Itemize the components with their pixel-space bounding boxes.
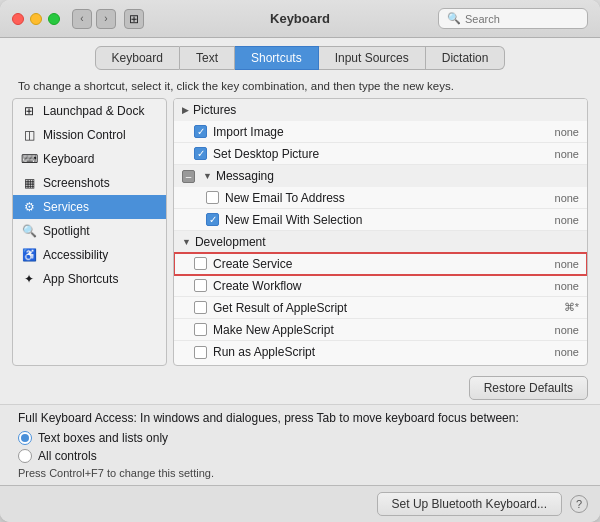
sidebar-item-spotlight[interactable]: 🔍 Spotlight: [13, 219, 166, 243]
shortcut-label: Import Image: [213, 125, 549, 139]
tab-text[interactable]: Text: [180, 46, 235, 70]
accessibility-icon: ♿: [21, 247, 37, 263]
back-button[interactable]: ‹: [72, 9, 92, 29]
triangle-icon: ▶: [182, 105, 189, 115]
nav-buttons: ‹ ›: [72, 9, 116, 29]
sidebar-item-keyboard[interactable]: ⌨ Keyboard: [13, 147, 166, 171]
sidebar-item-label: Spotlight: [43, 224, 90, 238]
triangle-icon: ▼: [203, 171, 212, 181]
checkbox-messaging[interactable]: –: [182, 170, 195, 183]
category-messaging[interactable]: – ▼ Messaging: [174, 165, 587, 187]
checkbox-create-service[interactable]: [194, 257, 207, 270]
radio-text-boxes-circle[interactable]: [18, 431, 32, 445]
checkbox-new-email-selection[interactable]: ✓: [206, 213, 219, 226]
tab-shortcuts[interactable]: Shortcuts: [235, 46, 319, 70]
sidebar-item-accessibility[interactable]: ♿ Accessibility: [13, 243, 166, 267]
shortcut-make-new[interactable]: Make New AppleScript none: [174, 319, 587, 341]
press-info-text: Press Control+F7 to change this setting.: [18, 467, 582, 479]
footer-bar: Set Up Bluetooth Keyboard... ?: [0, 485, 600, 522]
close-button[interactable]: [12, 13, 24, 25]
search-input[interactable]: [465, 13, 579, 25]
content-area: ⊞ Launchpad & Dock ◫ Mission Control ⌨ K…: [0, 98, 600, 372]
bluetooth-keyboard-button[interactable]: Set Up Bluetooth Keyboard...: [377, 492, 562, 516]
checkbox-new-email-address[interactable]: [206, 191, 219, 204]
shortcuts-panel: ▶ Pictures ✓ Import Image none ✓ Set Des…: [173, 98, 588, 366]
mission-control-icon: ◫: [21, 127, 37, 143]
category-label: Pictures: [193, 103, 236, 117]
app-shortcuts-icon: ✦: [21, 271, 37, 287]
sidebar-item-label: Launchpad & Dock: [43, 104, 144, 118]
bottom-section: Full Keyboard Access: In windows and dia…: [0, 404, 600, 485]
minimize-button[interactable]: [30, 13, 42, 25]
sidebar-item-services[interactable]: ⚙ Services: [13, 195, 166, 219]
tab-keyboard[interactable]: Keyboard: [95, 46, 180, 70]
sidebar-item-screenshots[interactable]: ▦ Screenshots: [13, 171, 166, 195]
search-bar[interactable]: 🔍: [438, 8, 588, 29]
title-bar: ‹ › ⊞ Keyboard 🔍: [0, 0, 600, 38]
launchpad-icon: ⊞: [21, 103, 37, 119]
tab-dictation[interactable]: Dictation: [426, 46, 506, 70]
shortcut-new-email-selection[interactable]: ✓ New Email With Selection none: [174, 209, 587, 231]
category-label: Development: [195, 235, 266, 249]
checkbox-import-image[interactable]: ✓: [194, 125, 207, 138]
sidebar-item-label: Services: [43, 200, 89, 214]
checkbox-run-as[interactable]: [194, 346, 207, 359]
tab-bar: Keyboard Text Shortcuts Input Sources Di…: [0, 38, 600, 74]
keyboard-window: ‹ › ⊞ Keyboard 🔍 Keyboard Text Shortcuts…: [0, 0, 600, 522]
shortcut-value: none: [555, 258, 579, 270]
shortcut-get-result[interactable]: Get Result of AppleScript ⌘*: [174, 297, 587, 319]
radio-all-controls-label: All controls: [38, 449, 97, 463]
shortcut-create-service[interactable]: Create Service none: [174, 253, 587, 275]
shortcut-value: none: [555, 280, 579, 292]
radio-text-boxes[interactable]: Text boxes and lists only: [18, 431, 582, 445]
shortcut-run-as[interactable]: Run as AppleScript none: [174, 341, 587, 363]
services-icon: ⚙: [21, 199, 37, 215]
traffic-lights: [12, 13, 60, 25]
shortcut-create-workflow[interactable]: Create Workflow none: [174, 275, 587, 297]
radio-text-boxes-label: Text boxes and lists only: [38, 431, 168, 445]
sidebar-item-mission-control[interactable]: ◫ Mission Control: [13, 123, 166, 147]
window-title: Keyboard: [270, 11, 330, 26]
screenshots-icon: ▦: [21, 175, 37, 191]
radio-all-controls-circle[interactable]: [18, 449, 32, 463]
search-icon: 🔍: [447, 12, 461, 25]
shortcut-value: none: [555, 148, 579, 160]
sidebar-item-launchpad[interactable]: ⊞ Launchpad & Dock: [13, 99, 166, 123]
restore-defaults-button[interactable]: Restore Defaults: [469, 376, 588, 400]
shortcut-set-desktop[interactable]: ✓ Set Desktop Picture none: [174, 143, 587, 165]
grid-button[interactable]: ⊞: [124, 9, 144, 29]
sidebar-item-label: App Shortcuts: [43, 272, 118, 286]
shortcut-label: Get Result of AppleScript: [213, 301, 558, 315]
triangle-icon: ▼: [182, 237, 191, 247]
forward-button[interactable]: ›: [96, 9, 116, 29]
shortcut-label: Set Desktop Picture: [213, 147, 549, 161]
shortcut-label: Run as AppleScript: [213, 345, 549, 359]
spotlight-icon: 🔍: [21, 223, 37, 239]
sidebar-item-label: Screenshots: [43, 176, 110, 190]
sidebar-item-label: Keyboard: [43, 152, 94, 166]
checkbox-make-new[interactable]: [194, 323, 207, 336]
shortcut-label: Make New AppleScript: [213, 323, 549, 337]
maximize-button[interactable]: [48, 13, 60, 25]
full-keyboard-title: Full Keyboard Access: In windows and dia…: [18, 411, 582, 425]
shortcut-value: none: [555, 126, 579, 138]
shortcut-new-email-address[interactable]: New Email To Address none: [174, 187, 587, 209]
keyboard-icon: ⌨: [21, 151, 37, 167]
shortcut-label: New Email With Selection: [225, 213, 549, 227]
sidebar-item-app-shortcuts[interactable]: ✦ App Shortcuts: [13, 267, 166, 291]
checkbox-create-workflow[interactable]: [194, 279, 207, 292]
shortcut-value: none: [555, 214, 579, 226]
radio-all-controls[interactable]: All controls: [18, 449, 582, 463]
checkbox-set-desktop[interactable]: ✓: [194, 147, 207, 160]
category-pictures[interactable]: ▶ Pictures: [174, 99, 587, 121]
checkbox-get-result[interactable]: [194, 301, 207, 314]
shortcut-label: Create Service: [213, 257, 549, 271]
shortcut-value: none: [555, 192, 579, 204]
instruction-text: To change a shortcut, select it, click t…: [0, 74, 600, 98]
category-development[interactable]: ▼ Development: [174, 231, 587, 253]
tab-input-sources[interactable]: Input Sources: [319, 46, 426, 70]
shortcut-value: none: [555, 346, 579, 358]
help-button[interactable]: ?: [570, 495, 588, 513]
shortcut-import-image[interactable]: ✓ Import Image none: [174, 121, 587, 143]
sidebar: ⊞ Launchpad & Dock ◫ Mission Control ⌨ K…: [12, 98, 167, 366]
